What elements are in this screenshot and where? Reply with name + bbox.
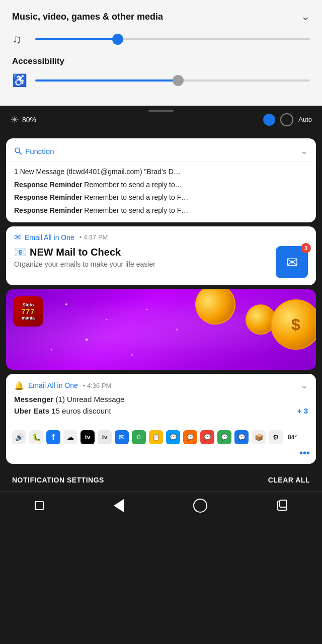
- email-subtitle: Organize your emails to make your life e…: [14, 260, 155, 268]
- messenger-text: (1) Unread Message: [56, 395, 125, 404]
- icon-facebook[interactable]: f: [46, 430, 60, 444]
- drag-handle[interactable]: [148, 110, 174, 112]
- ubereats-text: 15 euros discount: [51, 407, 111, 415]
- nav-square-icon: [35, 501, 44, 510]
- brightness-low-icon: ☀: [10, 114, 19, 126]
- brightness-controls: Auto: [263, 113, 312, 126]
- sloto-banner[interactable]: Sloto 777 mania $: [6, 289, 316, 370]
- email-card-2[interactable]: 🔔 Email All in One • 4:36 PM ⌄ Messenger…: [6, 374, 316, 464]
- sloto-name: Sloto: [23, 302, 34, 307]
- icon-messenger1[interactable]: 💬: [166, 430, 180, 444]
- function-card-header: Function ⌄: [6, 138, 316, 162]
- accessibility-slider-fill: [35, 79, 178, 82]
- chevron-down-icon[interactable]: ⌄: [301, 10, 310, 23]
- icon-notes[interactable]: 📋: [149, 430, 163, 444]
- accessibility-icon: ♿: [12, 73, 27, 88]
- email-card2-message-2: Uber Eats 15 euros discount: [14, 407, 111, 415]
- icon-messenger2[interactable]: 💬: [183, 430, 197, 444]
- brightness-auto-circle[interactable]: [280, 113, 293, 126]
- icon-voicemail[interactable]: 🔊: [12, 430, 26, 444]
- email-card2-row-1: Messenger (1) Unread Message: [14, 395, 308, 404]
- email-time-2: • 4:36 PM: [83, 382, 112, 389]
- sloto-logo: Sloto 777 mania: [13, 296, 43, 327]
- email-card-1-header: ✉ Email All in One • 4:37 PM: [6, 226, 316, 246]
- email-card-1-body: 📧 NEW Mail to Check Organize your emails…: [6, 246, 316, 285]
- badge-count: 3: [301, 243, 311, 253]
- music-section-title: Music, video, games & other media: [12, 12, 163, 22]
- nav-home-button[interactable]: [193, 499, 207, 513]
- bell-icon: 🔔: [14, 381, 24, 390]
- icon-messenger5[interactable]: 💬: [234, 430, 249, 444]
- email-title-text: NEW Mail to Check: [30, 247, 121, 258]
- nav-home-icon: [193, 499, 207, 513]
- settings-panel: Music, video, games & other media ⌄ ♫ Ac…: [0, 0, 322, 106]
- icon-cloud[interactable]: ☁: [63, 430, 77, 444]
- music-slider-track[interactable]: [35, 38, 310, 40]
- nav-bar: [0, 491, 322, 523]
- ubereats-label: Uber Eats: [14, 407, 49, 415]
- icon-calendar[interactable]: 🗓: [132, 430, 146, 444]
- messenger-label: Messenger: [14, 395, 53, 404]
- music-slider-row: ♫: [12, 32, 310, 46]
- function-notification-card[interactable]: Function ⌄ 1 New Message (tlcwd4401@gmai…: [6, 138, 316, 222]
- accessibility-slider-track[interactable]: [35, 79, 310, 82]
- email-app-name-1: Email All in One: [25, 233, 74, 242]
- email2-left: 🔔 Email All in One • 4:36 PM: [14, 381, 111, 390]
- function-text: Function: [25, 147, 54, 155]
- dollar-sign: $: [291, 315, 300, 334]
- music-slider-fill: [35, 38, 118, 40]
- search-icon: [14, 147, 22, 155]
- nav-square-button[interactable]: [35, 501, 44, 510]
- nav-recents-button[interactable]: [277, 501, 287, 511]
- svg-line-1: [19, 152, 22, 154]
- nav-back-button[interactable]: [114, 499, 124, 512]
- accessibility-section-title: Accessibility: [12, 56, 310, 66]
- sloto-mania: mania: [22, 315, 35, 320]
- email-card-text: 📧 NEW Mail to Check Organize your emails…: [14, 246, 155, 268]
- accessibility-slider-row: ♿: [12, 73, 310, 88]
- function-msg-0: 1 New Message (tlcwd4401@gmail.com) "Bra…: [14, 167, 308, 177]
- email-card-2-header: 🔔 Email All in One • 4:36 PM ⌄: [6, 374, 316, 395]
- icon-mail[interactable]: ✉: [115, 430, 129, 444]
- email-card-title: 📧 NEW Mail to Check: [14, 246, 155, 258]
- more-icon[interactable]: •••: [299, 447, 310, 459]
- brightness-left: ☀ 80%: [10, 114, 36, 126]
- function-msg-3: Response Reminder Remember to send a rep…: [14, 206, 308, 216]
- email-app-name-2: Email All in One: [28, 381, 78, 389]
- brightness-active-icon[interactable]: [263, 114, 275, 126]
- auto-label: Auto: [298, 116, 312, 123]
- brightness-percent: 80%: [22, 116, 36, 124]
- email-badge[interactable]: ✉ 3: [276, 246, 308, 278]
- email-emoji: 📧: [14, 246, 27, 258]
- email-card2-row-2: Uber Eats 15 euros discount + 3: [14, 407, 308, 415]
- sloto-sevens: 777: [22, 307, 35, 315]
- icon-messenger4[interactable]: 💬: [217, 430, 231, 444]
- icon-settings[interactable]: ⚙: [269, 430, 283, 444]
- function-chevron-icon[interactable]: ⌄: [300, 145, 308, 156]
- temp-badge: 84°: [286, 433, 299, 442]
- function-label: Function: [14, 147, 54, 155]
- email2-chevron-icon[interactable]: ⌄: [300, 380, 308, 391]
- icon-messenger3[interactable]: 💬: [200, 430, 214, 444]
- icon-bug[interactable]: 🐛: [29, 430, 43, 444]
- email-card-1[interactable]: ✉ Email All in One • 4:37 PM 📧 NEW Mail …: [6, 226, 316, 285]
- music-icon: ♫: [12, 32, 27, 46]
- accessibility-slider-thumb[interactable]: [173, 75, 184, 86]
- icon-tv1[interactable]: tv: [80, 430, 95, 444]
- function-msg-1: Response Reminder Remember to send a rep…: [14, 180, 308, 190]
- music-slider-thumb[interactable]: [112, 34, 123, 45]
- clear-all-button[interactable]: CLEAR ALL: [268, 476, 310, 484]
- icon-tv2[interactable]: tv: [98, 430, 112, 444]
- plus-more-label: + 3: [297, 407, 308, 415]
- notification-settings-button[interactable]: NOTIFICATION SETTINGS: [12, 476, 104, 484]
- nav-recents-icon: [277, 501, 287, 511]
- bottom-bar: NOTIFICATION SETTINGS CLEAR ALL: [0, 469, 322, 491]
- function-messages: 1 New Message (tlcwd4401@gmail.com) "Bra…: [6, 162, 316, 222]
- email-card2-message-1: Messenger (1) Unread Message: [14, 395, 124, 404]
- icon-package[interactable]: 📦: [252, 430, 266, 444]
- badge-envelope-icon: ✉: [286, 254, 298, 271]
- nav-back-icon: [114, 499, 124, 512]
- notifications-area: Function ⌄ 1 New Message (tlcwd4401@gmai…: [0, 133, 322, 469]
- email-card-2-body: Messenger (1) Unread Message Uber Eats 1…: [6, 395, 316, 425]
- email-envelope-icon: ✉: [14, 232, 21, 242]
